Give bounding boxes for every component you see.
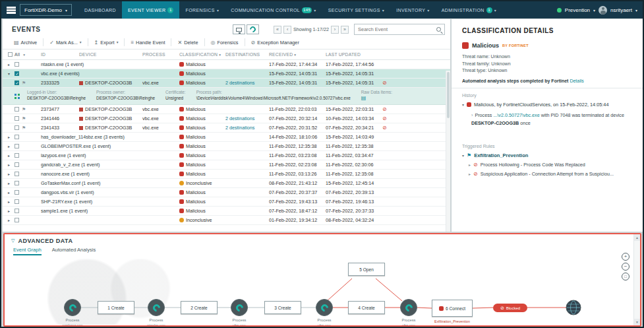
scroll-down-icon[interactable]: ▼ [634,319,640,325]
destination-globe-icon[interactable] [566,300,581,315]
scroll-up-icon[interactable]: ▲ [634,234,640,241]
row-checkbox[interactable] [15,181,19,185]
nav-inventory[interactable]: INVENTORY▾ [390,1,436,18]
raw-data-icon[interactable]: ▤ [361,96,392,101]
event-group-row[interactable]: ▸sample1.exe (1 event)Malicious07-Feb-20… [3,207,450,216]
rule-group[interactable]: ▾ ⚑ Exfiltration_Prevention [462,152,633,158]
chevron-down-icon[interactable]: ▾ [8,71,12,76]
fortinet-view-button[interactable] [247,24,259,34]
mark-as--button[interactable]: ✓Mark As...▾ [46,40,84,46]
chevron-right-icon[interactable]: ▸ [8,62,12,67]
destinations-link[interactable]: 2 destinations [225,125,254,131]
nav-security-settings[interactable]: SECURITY SETTINGS▾ [322,1,390,18]
event-group-row[interactable]: ▾vbc.exe (4 events)Malicious15-Feb-2022,… [3,69,450,79]
event-group-row[interactable]: ▸dangpos.vbs.vir (1 event)Malicious07-Fe… [3,188,450,197]
event-group-row[interactable]: ▸gandcrab_v_2.exe (1 event)Malicious11-F… [3,160,450,170]
row-checkbox[interactable] [15,135,19,139]
list-view-button[interactable] [233,24,245,34]
event-group-row[interactable]: ▸nanocore.exe (1 event)Malicious11-Feb-2… [3,170,450,179]
first-page-button[interactable]: « [274,26,281,34]
event-row[interactable]: ⚑2341446DESKTOP-C2OOG3Bvbc.exeMalicious2… [3,114,450,123]
events-scrollbar[interactable] [446,71,450,232]
event-group-row[interactable]: ▸GLOBEIMPOSTER.exe (1 event)Malicious11-… [3,142,450,151]
chevron-right-icon[interactable]: ▸ [8,181,12,185]
destinations-link[interactable]: 2 destinations [225,80,254,86]
chevron-right-icon[interactable]: ▸ [8,190,12,195]
event-group-row[interactable]: ▸has_downloader_114sbz.exe (3 events)Mal… [3,133,450,142]
rule-item[interactable]: ▸⊘Process Hollowing - Process Code Was R… [469,162,633,168]
collapse-chevron-icon[interactable]: ▽ [11,238,15,244]
tab-automated-analysis[interactable]: Automated Analysis [52,247,96,255]
history-entry[interactable]: ▾ Malicious, by FortinetCloudServices, o… [462,102,633,108]
step-box-2[interactable]: 2 Create [181,301,218,314]
chevron-right-icon[interactable]: ▸ [8,199,12,204]
process-node-5[interactable] [400,299,417,316]
row-checkbox[interactable] [15,71,19,76]
step-box-1[interactable]: 1 Create [98,301,134,314]
nav-communication-control[interactable]: COMMUNICATION CONTROL145▾ [225,1,322,18]
event-group-row[interactable]: ▸GoTaskerMax.conf (1 event)Inconclusive0… [3,179,450,188]
row-checkbox[interactable] [15,125,19,130]
row-checkbox[interactable] [15,199,19,204]
flag-icon[interactable]: ⚑ [22,125,26,130]
exception-manager-button[interactable]: ⊘Exception Manager [248,40,303,46]
row-checkbox[interactable] [15,62,19,67]
rule-item[interactable]: ▸⊘Suspicious Application - Connection At… [469,171,633,177]
tenant-selector[interactable]: FortiXDR-Demo ▾ [20,4,72,16]
row-checkbox[interactable] [15,209,19,213]
chevron-right-icon[interactable]: ▸ [8,162,12,167]
column-received[interactable]: RECEIVED▾ [269,52,326,57]
event-row[interactable]: ⚑2333325DESKTOP-C2OOG3Bvbc.exeMalicious2… [3,79,450,88]
chevron-right-icon[interactable]: ▸ [8,172,12,176]
column-id[interactable]: ID [41,52,79,57]
row-checkbox[interactable] [15,162,19,167]
process-node-3[interactable] [231,299,248,316]
column-process[interactable]: PROCESS [142,52,179,57]
chevron-right-icon[interactable]: ▸ [8,218,12,222]
chevron-right-icon[interactable]: ▸ [8,153,12,158]
chevron-right-icon[interactable]: ▸ [8,135,12,139]
event-group-row[interactable]: ▸SHP-21RY.exe (1 event)Malicious07-Feb-2… [3,197,450,207]
last-page-button[interactable]: » [341,26,349,34]
row-checkbox[interactable] [15,116,19,121]
zoom-out-button[interactable]: − [622,263,629,271]
row-checkbox[interactable] [15,144,19,148]
chevron-right-icon[interactable]: ▸ [8,209,12,213]
event-row[interactable]: ⚑2341433DESKTOP-C2OOG3Bvbc.exeMalicious2… [3,123,450,133]
advanced-scrollbar[interactable]: ▲ ▼ [633,234,640,325]
nav-dashboard[interactable]: DASHBOARD [78,1,122,18]
forensics-button[interactable]: ◎Forensics [208,40,242,46]
column-classification[interactable]: CLASSIFICATION▾ [179,52,225,57]
mode-selector[interactable]: Prevention [565,7,590,13]
row-checkbox[interactable] [15,218,19,222]
destinations-link[interactable]: 2 destinations [225,115,254,121]
export-button[interactable]: ↥Export▾ [91,40,122,46]
event-row[interactable]: ⚑2373477DESKTOP-C2OOG3Bvbc.exeMalicious1… [3,105,450,114]
select-all-checkbox[interactable] [8,52,13,57]
event-group-row[interactable]: ▸Inconclusive01-Feb-2022, 19:34:1208-Feb… [3,216,450,225]
column-device[interactable]: DEVICE [79,52,142,57]
delete-button[interactable]: ✕Delete [174,40,201,46]
nav-forensics[interactable]: FORENSICS▾ [179,1,225,18]
blocked-connection-pill[interactable]: ⊘ Blocked [493,304,527,312]
archive-button[interactable]: ▤Archive [11,40,40,46]
tab-event-graph[interactable]: Event Graph [13,247,42,255]
next-page-button[interactable]: › [331,26,339,34]
row-checkbox[interactable] [15,81,19,85]
process-node-2[interactable] [148,299,165,316]
event-group-row[interactable]: ▸ntaskn.exe (1 event)Malicious17-Feb-202… [3,60,450,69]
flag-icon[interactable]: ⚑ [22,107,26,112]
row-checkbox[interactable] [15,190,19,195]
step-box-5-open[interactable]: 5 Open [348,263,385,276]
nav-event-viewer[interactable]: EVENT VIEWER1 [122,1,180,18]
process-node-4[interactable] [316,299,333,316]
search-icon[interactable] [436,27,441,32]
prev-page-button[interactable]: ‹ [283,26,291,34]
process-path-link[interactable]: ...\v2.0.50727\vbc.exe [493,112,539,118]
details-link[interactable]: Details [570,79,583,83]
process-node-1[interactable] [64,299,81,316]
step-box-6-connect[interactable]: 6 Connect [432,300,473,317]
zoom-in-button[interactable]: + [622,253,629,261]
flag-icon[interactable]: ⚑ [22,81,26,85]
row-checkbox[interactable] [15,153,19,158]
